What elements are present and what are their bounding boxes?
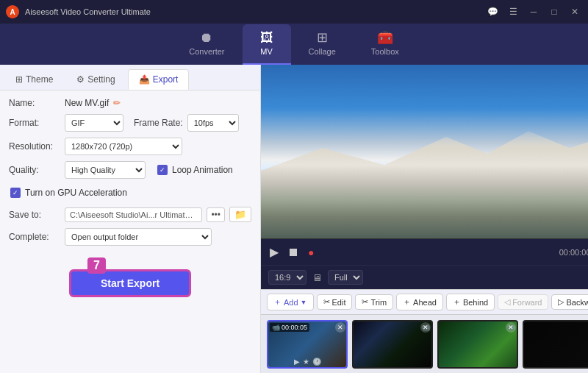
app-icon: A	[6, 5, 19, 18]
clip-1-clock-icon: 🕐	[312, 358, 321, 366]
clip-1-overlay: 📹 00:00:05	[270, 323, 309, 332]
backward-icon: ▷	[558, 297, 564, 307]
clip-1-close[interactable]: ✕	[335, 322, 345, 333]
time-display: 00:00:00.00/00:01:40.16	[321, 248, 588, 257]
add-label: Add	[284, 298, 298, 307]
quality-select[interactable]: High Quality Medium Quality Low Quality	[65, 161, 146, 179]
add-button[interactable]: ＋ Add ▼	[267, 294, 314, 310]
name-edit-icon[interactable]: ✏	[113, 98, 121, 108]
left-panel: ⊞ Theme ⚙ Setting 📤 Export Name: New MV.…	[0, 65, 261, 373]
trim-icon: ✂	[362, 297, 368, 307]
clip-2-close[interactable]: ✕	[420, 322, 431, 333]
export-tab-label: Export	[153, 74, 179, 85]
behind-icon: ＋	[453, 296, 461, 308]
sub-tab-export[interactable]: 📤 Export	[128, 69, 190, 90]
name-label: Name:	[9, 98, 60, 108]
nav-tab-mv-label: MV	[260, 47, 273, 56]
browse-dots-button[interactable]: •••	[207, 207, 225, 222]
gpu-row: ✓ Turn on GPU Acceleration	[10, 185, 251, 201]
name-row: Name: New MV.gif ✏	[9, 98, 251, 108]
chat-button[interactable]: 💬	[485, 4, 500, 19]
quality-label: Quality:	[9, 165, 60, 175]
setting-tab-label: Setting	[87, 74, 115, 85]
menu-button[interactable]: ☰	[506, 4, 520, 19]
edit-label: Edit	[332, 298, 346, 307]
toolbox-icon: 🧰	[377, 29, 393, 46]
backward-button[interactable]: ▷ Backward	[551, 294, 588, 310]
right-panel: iStock/Getty Images ▶ ⏹ ● 00:00:00.00/00…	[261, 65, 588, 373]
sub-tabs: ⊞ Theme ⚙ Setting 📤 Export	[0, 65, 260, 90]
add-dropdown-icon: ▼	[301, 299, 307, 306]
nav-tab-converter[interactable]: ⏺ Converter	[171, 24, 242, 65]
clip-1[interactable]: 📹 00:00:05 ✕ ▶ ★ 🕐	[267, 320, 348, 369]
clip-1-controls: ▶ ★ 🕐	[268, 358, 346, 366]
clip-1-time: 00:00:05	[282, 324, 307, 331]
clip-4-bg	[524, 322, 588, 367]
loop-checkbox[interactable]: ✓	[157, 165, 168, 175]
open-folder-button[interactable]: 📁	[229, 207, 251, 222]
close-button[interactable]: ✕	[567, 4, 582, 19]
main-area: ⊞ Theme ⚙ Setting 📤 Export Name: New MV.…	[0, 65, 588, 373]
format-label: Format:	[9, 118, 60, 128]
edit-icon: ✂	[323, 297, 330, 307]
forward-button[interactable]: ◁ Forward	[498, 294, 548, 310]
name-value: New MV.gif	[65, 98, 109, 108]
loop-row: ✓ Loop Animation	[157, 165, 233, 175]
clip-1-play-icon: ▶	[294, 358, 300, 366]
resolution-label: Resolution:	[9, 141, 60, 152]
ahead-button[interactable]: ＋ Ahead	[396, 294, 443, 310]
sub-tab-setting[interactable]: ⚙ Setting	[65, 69, 126, 90]
clip-3[interactable]: 📹 ✕	[437, 320, 518, 369]
collage-icon: ⊞	[317, 29, 328, 46]
behind-button[interactable]: ＋ Behind	[446, 294, 495, 310]
theme-tab-label: Theme	[26, 74, 53, 85]
view-mode-select[interactable]: Full Fit	[328, 270, 363, 285]
sub-tab-theme[interactable]: ⊞ Theme	[4, 69, 64, 90]
export-badge: 7	[87, 257, 106, 274]
app-title: Aiseesoft Video Converter Ultimate	[25, 7, 485, 16]
format-select[interactable]: GIF MP4 AVI	[65, 114, 123, 132]
clip-1-star-icon: ★	[303, 358, 309, 366]
start-export-button-main[interactable]: Start Export	[69, 269, 191, 297]
stop-button[interactable]: ⏹	[286, 244, 301, 260]
start-export-wrap: 7 Start Export	[9, 252, 251, 306]
play-button[interactable]: ▶	[268, 244, 280, 260]
loop-label: Loop Animation	[172, 165, 233, 175]
resolution-row: Resolution: 1280x720 (720p) 1920x1080 (1…	[9, 138, 251, 155]
forward-icon: ◁	[504, 297, 510, 307]
nav-tab-toolbox[interactable]: 🧰 Toolbox	[354, 24, 417, 65]
time-current: 00:00:00.00	[559, 248, 588, 257]
nav-tab-mv[interactable]: 🖼 MV	[243, 24, 291, 65]
maximize-button[interactable]: □	[547, 4, 562, 19]
record-button[interactable]: ●	[306, 245, 315, 260]
minimize-button[interactable]: ─	[526, 4, 541, 19]
nav-tab-converter-label: Converter	[189, 47, 224, 56]
nav-tab-collage[interactable]: ⊞ Collage	[291, 24, 354, 65]
frame-rate-label: Frame Rate:	[134, 118, 183, 128]
save-to-path: C:\Aiseesoft Studio\Ai...r Ultimate\MV E…	[65, 207, 202, 222]
complete-label: Complete:	[9, 232, 60, 242]
gpu-checkbox[interactable]: ✓	[10, 188, 21, 198]
clip-3-close[interactable]: ✕	[506, 322, 516, 333]
export-tab-icon: 📤	[139, 74, 150, 85]
frame-rate-select[interactable]: 10fps 24fps 30fps	[187, 114, 239, 132]
clip-2[interactable]: 📹 ✕	[352, 320, 433, 369]
resolution-select[interactable]: 1280x720 (720p) 1920x1080 (1080p) 640x48…	[65, 138, 182, 155]
settings-area: Name: New MV.gif ✏ Format: GIF MP4 AVI F…	[0, 90, 260, 373]
trim-button[interactable]: ✂ Trim	[355, 294, 393, 310]
preview-area: iStock/Getty Images	[261, 65, 588, 238]
edit-button[interactable]: ✂ Edit	[317, 294, 353, 310]
clip-4[interactable]: 📹 ✕	[523, 320, 588, 369]
forward-label: Forward	[512, 298, 542, 307]
backward-label: Backward	[566, 298, 588, 307]
nav-tab-toolbox-label: Toolbox	[371, 47, 399, 56]
format-row: Format: GIF MP4 AVI Frame Rate: 10fps 24…	[9, 114, 251, 132]
complete-row: Complete: Open output folder Do nothing …	[9, 228, 251, 246]
complete-select[interactable]: Open output folder Do nothing Shut down	[65, 228, 212, 246]
clip-1-video-icon: 📹	[272, 324, 280, 331]
mv-icon: 🖼	[260, 30, 273, 46]
theme-tab-icon: ⊞	[15, 74, 23, 85]
aspect-ratio-select[interactable]: 16:9 4:3 1:1	[268, 270, 306, 285]
save-to-row: Save to: C:\Aiseesoft Studio\Ai...r Ulti…	[9, 207, 251, 222]
video-controls-row1: ▶ ⏹ ● 00:00:00.00/00:01:40.16 🔊	[261, 238, 588, 265]
